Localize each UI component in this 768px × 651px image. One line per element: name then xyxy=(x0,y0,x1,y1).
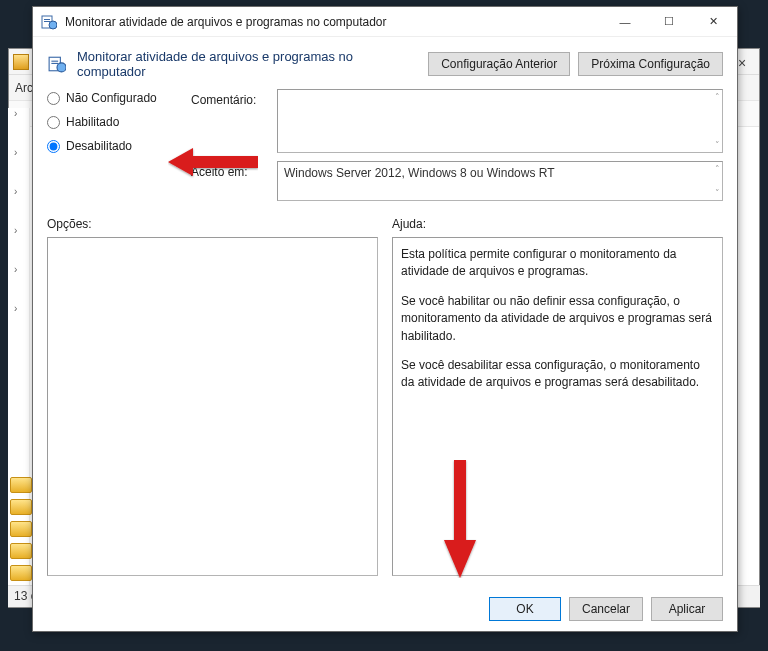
help-paragraph: Esta política permite configurar o monit… xyxy=(401,246,714,281)
nav-buttons: Configuração Anterior Próxima Configuraç… xyxy=(428,52,723,76)
svg-point-7 xyxy=(57,63,66,72)
help-panel: Esta política permite configurar o monit… xyxy=(392,237,723,576)
previous-setting-button[interactable]: Configuração Anterior xyxy=(428,52,570,76)
policy-dialog: Monitorar atividade de arquivos e progra… xyxy=(32,6,738,632)
folder-icon xyxy=(10,499,32,515)
scroll-indicator: ˄˅ xyxy=(715,92,720,150)
accepted-textbox: Windows Server 2012, Windows 8 ou Window… xyxy=(277,161,723,201)
svg-rect-5 xyxy=(51,61,58,62)
columns: Opções: Ajuda: Esta política permite con… xyxy=(47,217,723,576)
comment-row: Comentário: ˄˅ xyxy=(191,89,723,153)
apply-button[interactable]: Aplicar xyxy=(651,597,723,621)
radio-label: Habilitado xyxy=(66,115,119,129)
accepted-label: Aceito em: xyxy=(191,161,269,201)
window-controls: — ☐ ✕ xyxy=(603,8,735,36)
policy-title: Monitorar atividade de arquivos e progra… xyxy=(77,49,418,79)
help-column: Ajuda: Esta política permite configurar … xyxy=(392,217,723,576)
chevron-down-icon: ˅ xyxy=(715,140,720,150)
accepted-value: Windows Server 2012, Windows 8 ou Window… xyxy=(284,166,555,180)
radio-label: Não Configurado xyxy=(66,91,157,105)
chevron-right-icon: › xyxy=(8,108,29,147)
minimize-button[interactable]: — xyxy=(603,8,647,36)
comment-textbox[interactable]: ˄˅ xyxy=(277,89,723,153)
svg-rect-6 xyxy=(51,63,58,64)
svg-rect-2 xyxy=(44,21,50,22)
chevron-up-icon: ˄ xyxy=(715,92,720,102)
options-panel xyxy=(47,237,378,576)
radio-enabled[interactable]: Habilitado xyxy=(47,115,177,129)
svg-rect-1 xyxy=(44,19,50,20)
policy-icon xyxy=(47,54,67,74)
svg-point-3 xyxy=(49,21,57,29)
window-title: Monitorar atividade de arquivos e progra… xyxy=(65,15,603,29)
cancel-button[interactable]: Cancelar xyxy=(569,597,643,621)
chevron-right-icon: › xyxy=(8,303,29,342)
help-paragraph: Se você habilitar ou não definir essa co… xyxy=(401,293,714,345)
right-column: Comentário: ˄˅ Aceito em: Windows Server… xyxy=(191,89,723,201)
help-paragraph: Se você desabilitar essa configuração, o… xyxy=(401,357,714,392)
folder-icon xyxy=(10,521,32,537)
options-label: Opções: xyxy=(47,217,378,231)
scroll-indicator: ˄˅ xyxy=(715,164,720,198)
chevron-down-icon: ˅ xyxy=(715,188,720,198)
subheader: Monitorar atividade de arquivos e progra… xyxy=(33,37,737,89)
chevron-right-icon: › xyxy=(8,264,29,303)
options-column: Opções: xyxy=(47,217,378,576)
folder-app-icon xyxy=(13,54,29,70)
background-folder-list xyxy=(10,477,32,581)
state-radios: Não Configurado Habilitado Desabilitado xyxy=(47,89,177,201)
chevron-right-icon: › xyxy=(8,147,29,186)
next-setting-button[interactable]: Próxima Configuração xyxy=(578,52,723,76)
radio-not-configured[interactable]: Não Configurado xyxy=(47,91,177,105)
dialog-body: Não Configurado Habilitado Desabilitado … xyxy=(33,89,737,586)
chevron-up-icon: ˄ xyxy=(715,164,720,174)
radio-disabled-input[interactable] xyxy=(47,140,60,153)
close-button[interactable]: ✕ xyxy=(691,8,735,36)
radio-disabled[interactable]: Desabilitado xyxy=(47,139,177,153)
radio-enabled-input[interactable] xyxy=(47,116,60,129)
chevron-right-icon: › xyxy=(8,225,29,264)
folder-icon xyxy=(10,543,32,559)
dialog-footer: OK Cancelar Aplicar xyxy=(33,586,737,631)
chevron-right-icon: › xyxy=(8,186,29,225)
radio-not-configured-input[interactable] xyxy=(47,92,60,105)
radio-label: Desabilitado xyxy=(66,139,132,153)
config-row: Não Configurado Habilitado Desabilitado … xyxy=(47,89,723,201)
accepted-row: Aceito em: Windows Server 2012, Windows … xyxy=(191,161,723,201)
comment-label: Comentário: xyxy=(191,89,269,153)
titlebar: Monitorar atividade de arquivos e progra… xyxy=(33,7,737,37)
maximize-button[interactable]: ☐ xyxy=(647,8,691,36)
help-label: Ajuda: xyxy=(392,217,723,231)
folder-icon xyxy=(10,477,32,493)
policy-icon xyxy=(41,14,57,30)
folder-icon xyxy=(10,565,32,581)
ok-button[interactable]: OK xyxy=(489,597,561,621)
background-toolbar-label: Arc xyxy=(15,81,33,95)
